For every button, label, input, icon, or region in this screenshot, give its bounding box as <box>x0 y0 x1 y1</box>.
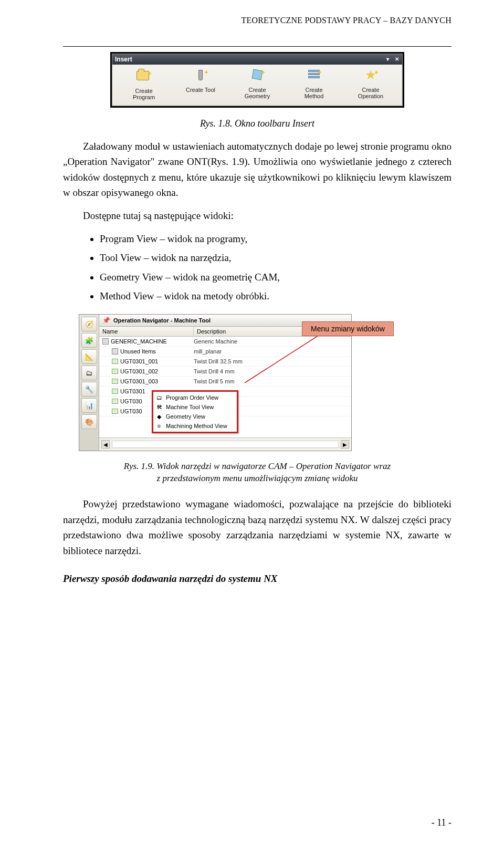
tree-row: UGT0301_001 Twist Drill 32.5 mm <box>99 357 351 367</box>
row-name-text: UGT030 <box>120 398 142 404</box>
tool-icon <box>112 399 118 404</box>
side-tab-5: 🔧 <box>81 382 97 397</box>
tool-icon <box>198 70 203 80</box>
nav-scrollbar: ◀ ▶ <box>99 437 351 451</box>
create-method-label-2: Method <box>289 93 339 99</box>
row-name-text: Unused Items <box>120 348 156 355</box>
row-name-text: UGT0301_001 <box>120 358 158 364</box>
tool-icon <box>112 409 118 414</box>
nav-panel-title-text: Operation Navigator - Machine Tool <box>113 317 211 324</box>
list-item: Tool View – widok na narzędzia, <box>100 249 452 266</box>
figure-caption-1: Rys. 1.8. Okno toolbaru Insert <box>63 118 452 129</box>
context-menu-item: 🛠Machine Tool View <box>153 402 237 412</box>
toolbar-title-text: Insert <box>115 56 132 63</box>
toolbar-titlebar: Insert ▾ ✕ <box>112 54 402 65</box>
context-menu-label: Program Order View <box>166 394 218 401</box>
row-desc-text: Twist Drill 32.5 mm <box>194 358 351 364</box>
create-operation-label-1: Create <box>346 87 396 93</box>
create-tool-button: ✦ Create Tool <box>176 68 226 100</box>
page-number: - 11 - <box>432 817 452 828</box>
caption-2-line-2: z przedstawionym menu umożliwiającym zmi… <box>157 473 358 483</box>
scroll-left-icon: ◀ <box>101 440 110 449</box>
context-menu-item: ≡Machining Method View <box>153 421 237 431</box>
operation-navigator-figure: Menu zmiany widoków 🧭 🧩 📐 🗂 🔧 📊 🎨 📌 Oper… <box>79 314 352 451</box>
create-program-label-2: Program <box>119 94 169 100</box>
context-menu-label: Machine Tool View <box>166 404 214 410</box>
create-tool-label-1: Create Tool <box>176 87 226 93</box>
sparkle-icon: ✦ <box>260 69 266 76</box>
paragraph-3: Powyżej przedstawiono wymagane wiadomośc… <box>63 496 452 558</box>
sparkle-icon: ✦ <box>317 69 322 76</box>
row-name-text: UGT0301_002 <box>120 368 158 374</box>
create-geometry-label-1: Create <box>233 87 282 93</box>
program-order-icon: 🗂 <box>155 394 163 401</box>
annotation-callout: Menu zmiany widoków <box>302 321 394 336</box>
tool-icon <box>112 359 118 364</box>
row-name-text: UGT030 <box>120 408 142 414</box>
context-menu-item: 🗂Program Order View <box>153 393 237 402</box>
tool-icon <box>112 379 118 384</box>
paragraph-1: Załadowany moduł w ustawieniach automaty… <box>63 139 452 201</box>
caption-2-line-1: Rys. 1.9. Widok narzędzi w nawigatorze C… <box>124 461 391 471</box>
sparkle-icon: ✦ <box>147 70 152 77</box>
list-item: Method View – widok na metody obróbki. <box>100 288 452 305</box>
nav-side-tabs: 🧭 🧩 📐 🗂 🔧 📊 🎨 <box>79 315 99 451</box>
sparkle-icon: ✦ <box>204 69 209 76</box>
unused-icon <box>112 348 118 355</box>
row-desc-text: Twist Drill 5 mm <box>194 378 351 384</box>
row-name-text: UGT0301 <box>120 388 145 394</box>
side-tab-2: 🧩 <box>81 333 97 348</box>
side-tab-6: 📊 <box>81 398 97 413</box>
list-item: Program View – widok na programy, <box>100 231 452 247</box>
minimize-icon: ▾ <box>385 57 391 62</box>
insert-toolbar-figure: Insert ▾ ✕ ✦ Create Program ✦ Create Too… <box>110 52 404 108</box>
create-method-label-1: Create <box>289 87 339 93</box>
subheading: Pierwszy sposób dodawania narzędzi do sy… <box>63 573 452 585</box>
tree-row: UGT0301_003 Twist Drill 5 mm <box>99 377 351 387</box>
scroll-right-icon: ▶ <box>341 440 349 449</box>
nav-tree: GENERIC_MACHINE Generic Machine Unused I… <box>99 337 351 437</box>
row-desc-text: mill_planar <box>194 348 351 355</box>
create-geometry-label-2: Geometry <box>233 93 282 99</box>
side-tab-1: 🧭 <box>81 317 97 331</box>
tree-row: UGT0301_002 Twist Drill 4 mm <box>99 367 351 377</box>
tree-row: Unused Items mill_planar <box>99 347 351 357</box>
create-operation-label-2: Operation <box>346 93 396 99</box>
context-menu-item: ◆Geometry View <box>153 412 237 421</box>
create-method-button: ✦ Create Method <box>289 68 339 100</box>
list-item: Geometry View – widok na geometrię CAM, <box>100 269 452 286</box>
col-name-header: Name <box>99 327 194 336</box>
create-operation-button: ✦ Create Operation <box>346 68 396 100</box>
paragraph-2: Dostępne tutaj są następujące widoki: <box>63 208 452 223</box>
tree-row: GENERIC_MACHINE Generic Machine <box>99 337 351 347</box>
pin-icon: 📌 <box>102 317 110 324</box>
row-name-text: GENERIC_MACHINE <box>111 338 167 345</box>
tool-icon <box>112 389 118 394</box>
running-header: TEORETYCZNE PODSTAWY PRACY – BAZY DANYCH <box>63 16 452 25</box>
machining-method-icon: ≡ <box>155 422 163 430</box>
row-name-text: UGT0301_003 <box>120 378 158 384</box>
machine-tool-icon: 🛠 <box>155 403 163 411</box>
view-list: Program View – widok na programy, Tool V… <box>63 231 452 305</box>
row-desc-text: Twist Drill 4 mm <box>194 368 351 374</box>
create-program-label-1: Create <box>119 88 169 94</box>
side-tab-4: 🗂 <box>81 366 97 380</box>
sparkle-icon: ✦ <box>374 69 379 76</box>
tool-icon <box>112 369 118 374</box>
figure-caption-2: Rys. 1.9. Widok narzędzi w nawigatorze C… <box>63 461 452 485</box>
side-tab-3: 📐 <box>81 349 97 364</box>
view-context-menu: 🗂Program Order View 🛠Machine Tool View ◆… <box>152 390 238 433</box>
row-desc-text: Generic Machine <box>194 338 351 345</box>
scroll-track <box>112 441 339 448</box>
context-menu-label: Geometry View <box>166 413 205 420</box>
context-menu-label: Machining Method View <box>166 423 227 429</box>
close-icon: ✕ <box>394 57 400 62</box>
create-geometry-button: ✦ Create Geometry <box>233 68 282 100</box>
header-rule <box>63 46 452 47</box>
geometry-view-icon: ◆ <box>155 413 163 420</box>
side-tab-7: 🎨 <box>81 414 97 429</box>
machine-icon <box>102 338 109 345</box>
create-program-button: ✦ Create Program <box>119 68 169 100</box>
